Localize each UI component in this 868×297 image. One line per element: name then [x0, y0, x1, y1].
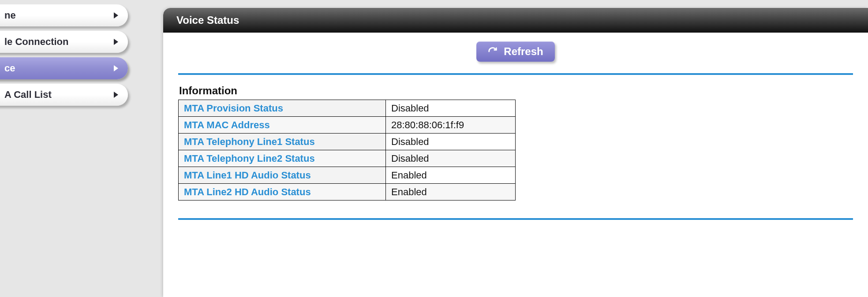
sidebar-item-0[interactable]: ne: [0, 4, 128, 26]
chevron-right-icon: [114, 92, 118, 98]
panel-header: Voice Status: [163, 8, 868, 33]
sidebar-item-label: ce: [4, 63, 128, 74]
sidebar-item-label: ne: [4, 10, 128, 21]
section-title: Information: [179, 85, 853, 97]
table-row: MTA Line2 HD Audio Status Enabled: [179, 184, 516, 200]
info-val: Disabled: [386, 150, 516, 167]
sidebar-item-1[interactable]: le Connection: [0, 31, 128, 53]
info-key: MTA Line2 HD Audio Status: [179, 184, 386, 200]
info-key: MTA Telephony Line2 Status: [179, 150, 386, 167]
info-key: MTA Telephony Line1 Status: [179, 134, 386, 150]
table-row: MTA Provision Status Disabled: [179, 100, 516, 117]
chevron-right-icon: [114, 65, 118, 71]
divider: [178, 73, 853, 75]
info-key: MTA Line1 HD Audio Status: [179, 167, 386, 184]
main-panel: Voice Status Refresh Information MTA Pro…: [163, 8, 868, 297]
table-row: MTA Line1 HD Audio Status Enabled: [179, 167, 516, 184]
sidebar-item-3[interactable]: A Call List: [0, 84, 128, 106]
info-key: MTA Provision Status: [179, 100, 386, 117]
table-row: MTA MAC Address 28:80:88:06:1f:f9: [179, 117, 516, 134]
info-val: Enabled: [386, 167, 516, 184]
sidebar-item-2[interactable]: ce: [0, 57, 128, 79]
panel-title: Voice Status: [176, 14, 239, 26]
info-val: 28:80:88:06:1f:f9: [386, 117, 516, 134]
table-row: MTA Telephony Line1 Status Disabled: [179, 134, 516, 150]
info-val: Enabled: [386, 184, 516, 200]
info-val: Disabled: [386, 134, 516, 150]
info-val: Disabled: [386, 100, 516, 117]
info-table: MTA Provision Status Disabled MTA MAC Ad…: [178, 100, 516, 200]
refresh-label: Refresh: [504, 45, 543, 58]
info-key: MTA MAC Address: [179, 117, 386, 134]
refresh-button[interactable]: Refresh: [476, 41, 554, 62]
sidebar-item-label: le Connection: [4, 36, 128, 48]
panel-body: Refresh Information MTA Provision Status…: [163, 33, 868, 220]
table-row: MTA Telephony Line2 Status Disabled: [179, 150, 516, 167]
sidebar: ne le Connection ce A Call List: [0, 4, 128, 110]
refresh-wrap: Refresh: [178, 41, 853, 62]
chevron-right-icon: [114, 12, 118, 19]
chevron-right-icon: [114, 39, 118, 45]
divider: [178, 218, 853, 220]
refresh-icon: [488, 47, 498, 56]
sidebar-item-label: A Call List: [4, 89, 128, 100]
